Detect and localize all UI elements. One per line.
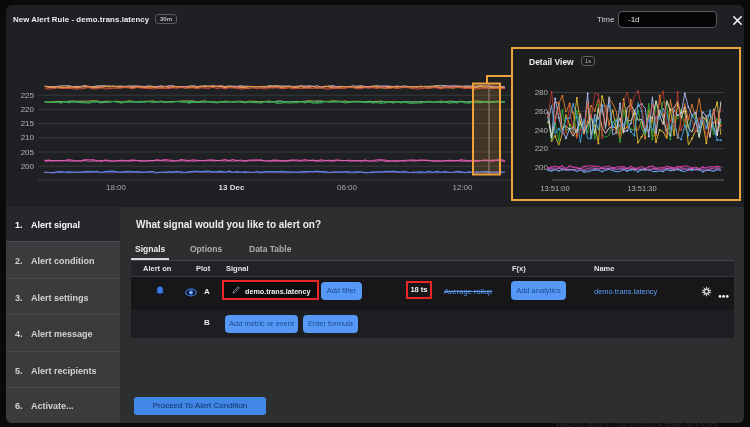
svg-text:18:00: 18:00 [106, 183, 127, 192]
svg-text:210: 210 [21, 133, 35, 142]
svg-text:260: 260 [535, 107, 549, 116]
svg-text:200: 200 [21, 162, 35, 171]
svg-text:280: 280 [535, 88, 549, 97]
svg-text:205: 205 [21, 148, 35, 157]
svg-text:215: 215 [21, 119, 35, 128]
svg-text:13:51:30: 13:51:30 [627, 184, 656, 193]
svg-text:200: 200 [535, 163, 549, 172]
svg-text:13:51:00: 13:51:00 [540, 184, 569, 193]
svg-text:220: 220 [535, 144, 549, 153]
svg-text:220: 220 [21, 105, 35, 114]
svg-text:240: 240 [535, 126, 549, 135]
svg-text:13 Dec: 13 Dec [219, 183, 245, 192]
svg-text:12:00: 12:00 [452, 183, 473, 192]
svg-text:225: 225 [21, 91, 35, 100]
svg-text:06:00: 06:00 [337, 183, 358, 192]
